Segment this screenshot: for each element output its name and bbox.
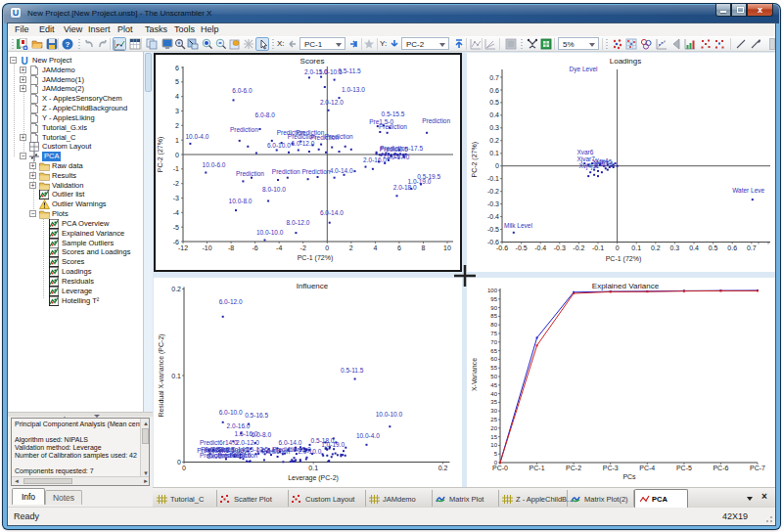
svg-text:5: 5 [494, 451, 498, 457]
svg-text:-0.4: -0.4 [487, 213, 499, 220]
svg-text:0: 0 [177, 459, 181, 466]
svg-text:0.5-15.5: 0.5-15.5 [382, 111, 405, 117]
svg-text:?: ? [66, 40, 70, 49]
svg-text:2.0-16.0: 2.0-16.0 [227, 422, 251, 429]
svg-text:1: 1 [175, 137, 179, 144]
svg-text:-0.6: -0.6 [496, 244, 508, 251]
svg-text:8.0-12.0: 8.0-12.0 [287, 219, 310, 226]
svg-text:PC-2 (27%): PC-2 (27%) [471, 142, 479, 178]
svg-text:0: 0 [175, 152, 179, 158]
svg-text:30: 30 [490, 408, 497, 414]
svg-text:0: 0 [182, 465, 186, 471]
svg-text:PC-6: PC-6 [713, 465, 728, 471]
svg-text:Prediction: Prediction [236, 170, 264, 177]
svg-text:Xrх4: Xrх4 [595, 157, 609, 164]
svg-text:Leverage (PC-2): Leverage (PC-2) [288, 474, 339, 482]
svg-text:PC-4: PC-4 [639, 465, 655, 471]
svg-text:0: 0 [495, 162, 499, 169]
svg-text:5: 5 [175, 78, 179, 85]
svg-text:X-Variance: X-Variance [471, 358, 478, 391]
svg-text:3: 3 [175, 108, 179, 114]
svg-text:Residual X-variance (PC-2): Residual X-variance (PC-2) [158, 333, 165, 417]
svg-text:6.0-14.0: 6.0-14.0 [279, 439, 302, 446]
svg-text:0.6: 0.6 [489, 87, 499, 94]
svg-text:50: 50 [490, 374, 497, 379]
svg-text:Influence: Influence [297, 282, 329, 290]
svg-text:10.0-10.0: 10.0-10.0 [376, 411, 403, 418]
svg-text:95: 95 [490, 296, 497, 302]
svg-text:0.2: 0.2 [651, 244, 661, 251]
svg-text:PC-1 (72%): PC-1 (72%) [606, 255, 642, 263]
svg-text:-4: -4 [276, 244, 282, 251]
svg-text:-10: -10 [202, 244, 211, 251]
svg-text:-2: -2 [173, 180, 179, 187]
svg-text:6.0-8.0: 6.0-8.0 [255, 111, 276, 118]
svg-text:70: 70 [490, 339, 497, 345]
svg-text:-1: -1 [173, 165, 179, 172]
svg-text:0.2: 0.2 [438, 465, 448, 471]
svg-text:6.0-12.0: 6.0-12.0 [292, 140, 315, 147]
svg-text:-6: -6 [252, 244, 257, 251]
svg-text:1.0-13.0: 1.0-13.0 [342, 86, 365, 93]
svg-text:10: 10 [443, 244, 451, 251]
svg-text:2.0-18.0: 2.0-18.0 [393, 184, 417, 191]
svg-text:PCs: PCs [622, 473, 636, 480]
svg-text:-0.4: -0.4 [534, 244, 546, 251]
svg-text:PC-2: PC-2 [566, 465, 581, 471]
svg-text:6.0-6.0: 6.0-6.0 [232, 87, 253, 94]
svg-text:Milk Level: Milk Level [504, 222, 532, 229]
svg-text:-0.5: -0.5 [487, 226, 499, 233]
svg-text:80: 80 [490, 322, 497, 328]
svg-text:4: 4 [175, 93, 179, 100]
svg-text:-0.3: -0.3 [487, 200, 499, 207]
svg-text:PC-2 (27%): PC-2 (27%) [157, 137, 164, 173]
svg-text:75: 75 [490, 331, 497, 336]
svg-text:PC-1 (72%): PC-1 (72%) [298, 254, 334, 262]
svg-text:6: 6 [175, 65, 179, 71]
svg-text:10.0-4.0: 10.0-4.0 [186, 133, 209, 140]
svg-text:0.4: 0.4 [489, 111, 499, 118]
svg-text:Water Leve: Water Leve [732, 187, 764, 194]
svg-text:Prediction: Prediction [229, 452, 257, 459]
svg-text:8.0-10.0: 8.0-10.0 [262, 186, 286, 193]
svg-text:-2: -2 [300, 244, 306, 251]
svg-text:PC-7: PC-7 [750, 465, 765, 471]
svg-text:0.3: 0.3 [489, 124, 499, 131]
svg-text:Prediction: Prediction [422, 117, 450, 124]
svg-text:10: 10 [490, 442, 497, 448]
svg-text:10.0-6.0: 10.0-6.0 [203, 161, 226, 168]
svg-text:-8: -8 [228, 244, 234, 251]
svg-text:-0.1: -0.1 [487, 175, 499, 182]
svg-text:2.0-12.0: 2.0-12.0 [320, 99, 344, 106]
svg-text:6.0-10.0: 6.0-10.0 [267, 142, 291, 149]
svg-text:-12: -12 [178, 244, 188, 251]
svg-text:65: 65 [490, 348, 497, 354]
svg-text:-5: -5 [173, 224, 179, 231]
svg-text:0.6: 0.6 [727, 244, 737, 251]
svg-text:-0.5: -0.5 [516, 244, 528, 251]
svg-text:6: 6 [397, 244, 401, 251]
svg-text:PC-0: PC-0 [492, 465, 508, 471]
svg-text:0.3: 0.3 [670, 244, 680, 251]
svg-text:Loadings: Loadings [610, 57, 641, 66]
svg-text:0.7: 0.7 [747, 244, 757, 251]
svg-text:10.0-4.0: 10.0-4.0 [356, 432, 380, 439]
svg-text:0: 0 [325, 244, 329, 251]
svg-text:2: 2 [175, 122, 179, 129]
svg-text:4: 4 [373, 244, 377, 251]
svg-text:-3: -3 [173, 195, 179, 201]
svg-text:10.0-8.0: 10.0-8.0 [229, 198, 253, 204]
svg-text:Dye Level: Dye Level [570, 66, 598, 73]
svg-text:-4: -4 [173, 209, 179, 216]
svg-text:4.0-14.0: 4.0-14.0 [330, 167, 353, 174]
svg-text:40: 40 [490, 391, 497, 397]
svg-text:15: 15 [490, 434, 497, 440]
svg-text:PC-1: PC-1 [530, 465, 545, 471]
svg-text:0.5-16.5: 0.5-16.5 [245, 412, 268, 419]
svg-text:0.5-11.5: 0.5-11.5 [341, 367, 364, 374]
svg-text:10.0-10.0: 10.0-10.0 [256, 229, 284, 236]
svg-text:0.5-11.5: 0.5-11.5 [338, 67, 361, 74]
svg-text:6.0-8.0: 6.0-8.0 [252, 431, 272, 438]
svg-text:Scores: Scores [300, 57, 325, 66]
svg-text:Prediction: Prediction [325, 133, 353, 140]
